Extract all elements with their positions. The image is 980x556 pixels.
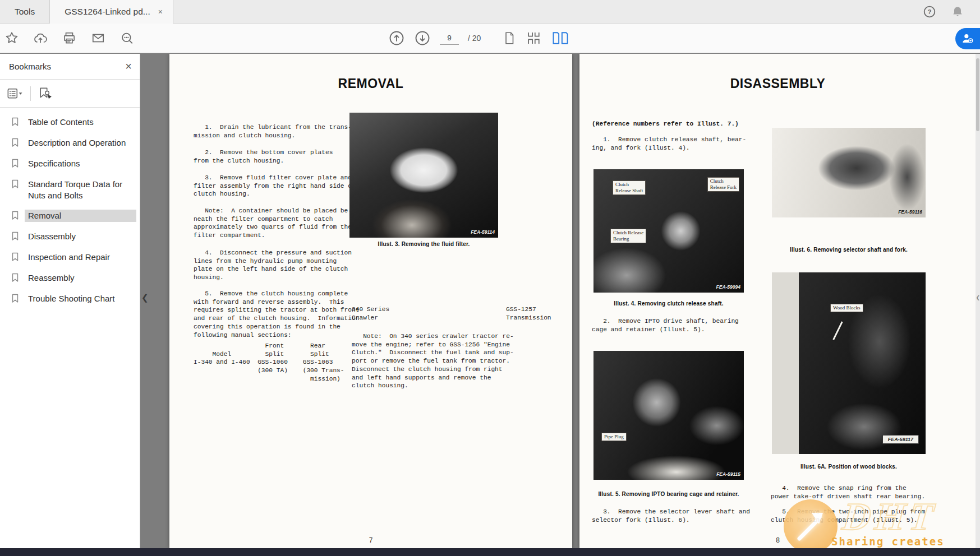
pdf-reader-window: Tools GSS1264-Linked pd... × ? <box>0 0 980 556</box>
disassembly-step-2: 2. Remove IPTO drive shaft, bearing cage… <box>592 317 739 333</box>
section-title-disassembly: DISASSEMBLY <box>579 76 976 91</box>
help-icon[interactable]: ? <box>923 5 936 18</box>
email-icon[interactable] <box>90 31 106 45</box>
bookmark-item-label: Description and Operation <box>25 137 136 149</box>
vertical-scrollbar[interactable] <box>976 54 980 548</box>
bookmark-item-description-and-operation[interactable]: Description and Operation <box>0 133 140 154</box>
disassembly-intro: (Reference numbers refer to Illust. 7.) <box>592 120 739 128</box>
bottom-bar <box>0 548 980 556</box>
sidebar-collapse-chevron-icon[interactable]: ❮ <box>141 293 149 303</box>
ref-gss-1257: GSS-1257 Transmission <box>506 305 551 322</box>
bookmark-flag-icon <box>11 138 19 150</box>
bookmark-item-inspection-and-repair[interactable]: Inspection and Repair <box>0 247 140 268</box>
illust-3-photo-tag: FEA-59114 <box>471 229 495 235</box>
watermark-arrow-icon <box>784 499 838 548</box>
illust-4-photo: Clutch Release Shaft Clutch Release Fork… <box>593 169 744 293</box>
favorite-star-icon[interactable] <box>4 31 19 45</box>
bookmark-item-trouble-shooting-chart[interactable]: Trouble Shooting Chart <box>0 289 140 309</box>
bookmark-item-label: Removal <box>25 210 136 222</box>
label-pipe-plug: Pipe Plug <box>601 433 627 441</box>
toolbar: / 20 <box>0 24 980 53</box>
scrollbar-thumb[interactable] <box>976 58 979 131</box>
ref-340-series: 340 Series Crawler <box>352 305 389 322</box>
label-clutch-release-bearing: Clutch Release Bearing <box>610 229 646 243</box>
illust-3-photo: FEA-59114 <box>349 113 498 238</box>
toolbar-page-controls: / 20 <box>388 24 569 53</box>
bookmark-item-label: Standard Torque Data for Nuts and Bolts <box>25 178 136 202</box>
bookmark-item-table-of-contents[interactable]: Table of Contents <box>0 112 140 133</box>
watermark-tagline: Sharing creates success <box>831 535 980 548</box>
bookmarks-panel-header: Bookmarks × <box>0 54 140 80</box>
two-page-view-icon[interactable] <box>551 30 569 46</box>
bookmark-flag-icon <box>11 211 19 223</box>
watermark-monogram: DHT <box>840 494 940 539</box>
tabbar-right: ? <box>923 0 980 23</box>
crawler-note: Note: On 340 series crawler tractor re- … <box>352 332 514 390</box>
page-number-input[interactable] <box>440 31 459 45</box>
bookmark-item-label: Specifications <box>25 157 136 170</box>
bookmark-item-disassembly[interactable]: Disassembly <box>0 226 140 247</box>
removal-step-3: 3. Remove fluid filter cover plate and f… <box>194 174 356 198</box>
illust-6-photo-tag: FEA-59116 <box>898 209 922 215</box>
illust-5-photo-tag: FEA-59115 <box>716 471 740 477</box>
bookmark-flag-icon <box>11 179 19 191</box>
illust-6a-photo-tag: FEA-59117 <box>882 435 919 444</box>
tab-document-label: GSS1264-Linked pd... <box>65 7 150 17</box>
page-number-7: 7 <box>169 537 572 545</box>
disassembly-step-1: 1. Remove clutch release shaft, bear- in… <box>592 136 746 152</box>
bookmark-item-label: Reassembly <box>25 272 136 284</box>
bookmark-item-standard-torque-data[interactable]: Standard Torque Data for Nuts and Bolts <box>0 174 140 206</box>
illust-5-caption: Illust. 5. Removing IPTO bearing cage an… <box>579 491 758 497</box>
next-page-icon[interactable] <box>414 30 431 47</box>
svg-text:?: ? <box>927 8 931 15</box>
removal-note-container: Note: A container should be placed be- n… <box>194 207 352 240</box>
illust-6-caption: Illust. 6. Removing selector shaft and f… <box>772 247 926 253</box>
document-view: REMOVAL 1. Drain the lubricant from the … <box>140 54 980 548</box>
tab-close-icon[interactable]: × <box>158 8 163 16</box>
notifications-bell-icon[interactable] <box>951 5 964 18</box>
tab-tools-label: Tools <box>15 7 35 17</box>
bookmark-item-label: Inspection and Repair <box>25 251 136 263</box>
page-7: REMOVAL 1. Drain the lubricant from the … <box>169 54 572 548</box>
bookmark-flag-icon <box>11 117 19 129</box>
illust-6-photo: FEA-59116 <box>772 128 926 217</box>
bookmark-item-label: Table of Contents <box>25 116 136 128</box>
bookmarks-toolbar <box>0 80 140 108</box>
cloud-upload-icon[interactable] <box>33 31 48 45</box>
tab-tools[interactable]: Tools <box>0 0 49 23</box>
illust-4-photo-tag: FEA-59094 <box>716 284 740 290</box>
bookmark-flag-icon <box>11 294 19 305</box>
bookmark-options-icon[interactable] <box>7 87 24 100</box>
bookmark-flag-icon <box>11 231 19 243</box>
right-panel-chevron-icon[interactable]: ❮ <box>976 295 980 300</box>
bookmark-item-label: Disassembly <box>25 230 136 243</box>
bookmark-item-reassembly[interactable]: Reassembly <box>0 268 140 289</box>
page-total-label: / 20 <box>468 34 481 43</box>
section-title-removal: REMOVAL <box>169 76 572 91</box>
label-clutch-release-shaft: Clutch Release Shaft <box>613 180 646 195</box>
illust-4-caption: Illust. 4. Removing clutch release shaft… <box>586 300 751 307</box>
search-icon[interactable] <box>119 31 135 45</box>
illust-5-photo: Pipe Plug FEA-59115 <box>593 351 744 480</box>
find-current-bookmark-icon[interactable] <box>38 87 53 100</box>
removal-step-5: 5. Remove the clutch housing complete wi… <box>194 290 359 339</box>
bookmark-item-removal[interactable]: Removal <box>0 206 140 226</box>
print-icon[interactable] <box>62 31 77 45</box>
bookmarks-toolbar-separator <box>30 86 31 101</box>
bookmark-flag-icon <box>11 159 19 170</box>
tab-document[interactable]: GSS1264-Linked pd... × <box>49 0 173 24</box>
bookmark-item-specifications[interactable]: Specifications <box>0 154 140 174</box>
bookmarks-panel: Bookmarks × Table of Contents <box>0 54 140 548</box>
share-person-add-button[interactable] <box>955 28 980 49</box>
label-wood-blocks: Wood Blocks <box>830 304 863 312</box>
single-page-view-icon[interactable] <box>502 30 517 46</box>
previous-page-icon[interactable] <box>388 30 405 47</box>
bookmark-flag-icon <box>11 252 19 264</box>
illust-6a-caption: Illust. 6A. Position of wood blocks. <box>772 464 926 470</box>
label-clutch-release-fork: Clutch Release Fork <box>707 177 739 192</box>
bookmarks-close-icon[interactable]: × <box>125 60 132 73</box>
removal-step-1: 1. Drain the lubricant from the trans- m… <box>194 123 352 140</box>
bookmark-item-label: Trouble Shooting Chart <box>25 293 136 305</box>
page-8: DISASSEMBLY (Reference numbers refer to … <box>579 54 976 548</box>
scrolling-page-view-icon[interactable] <box>526 30 542 46</box>
